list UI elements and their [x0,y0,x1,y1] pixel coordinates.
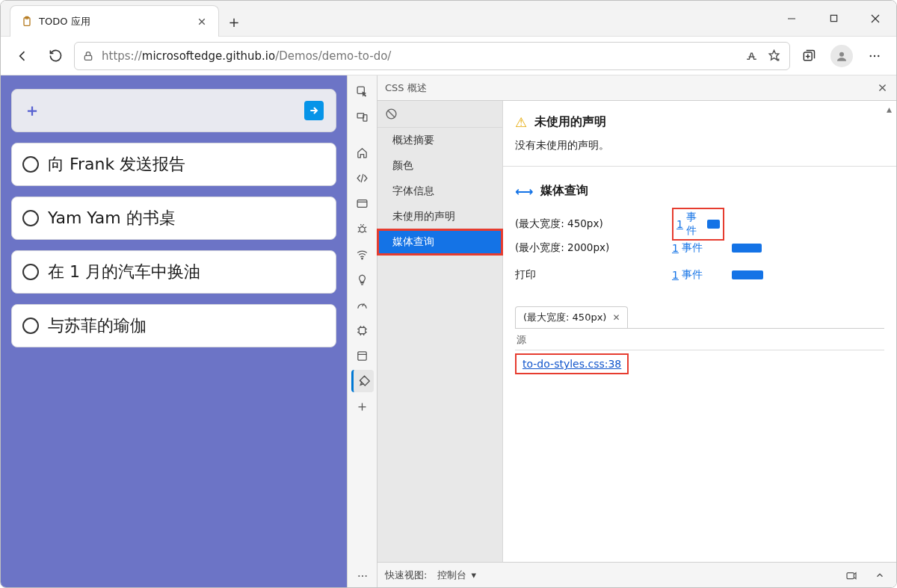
address-bar[interactable]: https://microsoftedge.github.io/Demos/de… [74,42,790,70]
todo-item[interactable]: 在 1 月的汽车中换油 [11,250,336,294]
mq-label: 打印 [515,268,665,282]
todo-text: Yam Yam 的书桌 [48,207,176,229]
content-area: ＋ 向 Frank 发送报告 Yam Yam 的书桌 在 1 月的汽车中换油 与… [1,75,896,587]
welcome-icon[interactable] [351,141,374,164]
radio-icon[interactable] [22,264,39,280]
svg-point-6 [870,55,872,56]
console-label: 控制台 [437,569,466,582]
devtools-main: CSS 概述 概述摘要 颜色 字体信息 未使用的声明 媒体查询 [377,75,896,587]
clear-overview-icon[interactable] [377,101,502,128]
radio-icon[interactable] [22,156,39,173]
chevron-down-icon: ▾ [471,569,476,581]
svg-rect-12 [357,199,367,207]
radio-icon[interactable] [22,318,39,334]
bug-icon[interactable] [351,217,374,240]
css-overview-icon[interactable] [351,370,374,392]
collections-icon[interactable] [795,42,823,70]
add-tool-icon[interactable] [351,395,374,418]
minimize-button[interactable] [771,1,813,36]
performance-icon[interactable] [351,294,374,316]
todo-item[interactable]: Yam Yam 的书桌 [11,196,336,240]
mq-label: (最大宽度: 450px) [515,217,665,231]
close-detail-icon[interactable]: ✕ [612,312,620,323]
url-scheme: https:// [102,49,142,63]
submit-arrow-icon[interactable] [304,101,324,120]
close-panel-icon[interactable] [875,81,889,95]
elements-icon[interactable] [351,167,374,189]
svg-rect-3 [84,55,91,60]
section-title-media: 媒体查询 [540,183,588,199]
nav-unused[interactable]: 未使用的声明 [377,204,502,229]
scroll-up-icon[interactable]: ▴ [884,104,895,114]
css-overview-body: 概述摘要 颜色 字体信息 未使用的声明 媒体查询 ▴ ⚠未使用的声明 没有未使用… [377,101,896,562]
memory-icon[interactable] [351,319,374,341]
profile-avatar[interactable] [827,42,856,70]
mq-bar [707,220,720,229]
sources-icon[interactable] [351,192,374,214]
nav-colors[interactable]: 颜色 [377,153,502,179]
todo-item[interactable]: 与苏菲的瑜伽 [11,304,336,347]
nav-media-queries[interactable]: 媒体查询 [377,229,502,255]
title-bar: TODO 应用 + [1,1,896,37]
media-query-detail: (最大宽度: 450px)✕ 源 to-do-styles.css:38 [515,306,884,374]
media-query-row: (最大宽度: 450px) 1 事件 [515,208,884,235]
lightbulb-icon[interactable] [351,268,374,291]
more-tools-icon[interactable] [351,565,374,587]
browser-tab[interactable]: TODO 应用 [10,5,219,37]
source-link[interactable]: to-do-styles.css:38 [523,358,621,370]
todo-app-page: ＋ 向 Frank 发送报告 Yam Yam 的书桌 在 1 月的汽车中换油 与… [1,75,347,587]
tab-title: TODO 应用 [39,15,190,28]
issues-icon[interactable] [842,566,860,584]
panel-title: CSS 概述 [385,81,427,95]
mq-bar [732,270,763,279]
mq-bar [732,244,762,253]
detail-tab[interactable]: (最大宽度: 450px)✕ [515,306,628,328]
close-window-button[interactable] [854,1,896,36]
plus-icon[interactable]: ＋ [24,99,40,122]
svg-point-8 [878,55,879,56]
svg-point-7 [874,55,875,56]
back-button[interactable] [8,42,37,70]
device-icon[interactable] [351,105,374,128]
svg-point-17 [358,575,360,577]
todo-text: 与苏菲的瑜伽 [48,315,147,337]
warning-icon: ⚠ [515,114,527,130]
read-aloud-icon[interactable] [743,48,759,64]
unused-body: 没有未使用的声明。 [515,139,884,152]
section-title-unused: 未使用的声明 [534,114,606,130]
mq-count[interactable]: 1 事件 [672,241,724,255]
expand-drawer-icon[interactable] [871,566,889,584]
todo-text: 向 Frank 发送报告 [48,153,185,176]
detail-tab-label: (最大宽度: 450px) [523,311,606,324]
mq-count[interactable]: 1 事件 [676,211,697,238]
svg-rect-2 [830,15,836,21]
nav-summary[interactable]: 概述摘要 [377,128,502,153]
favorite-icon[interactable] [765,48,782,64]
add-todo-card[interactable]: ＋ [11,89,336,132]
todo-text: 在 1 月的汽车中换油 [48,261,200,283]
close-tab-icon[interactable] [196,16,208,28]
mq-count[interactable]: 1 事件 [672,268,724,282]
svg-point-19 [365,575,366,577]
svg-point-13 [360,226,365,232]
new-tab-button[interactable]: + [219,8,249,36]
css-overview-content[interactable]: ▴ ⚠未使用的声明 没有未使用的声明。 ⟷媒体查询 (最大宽度: 450px) … [503,101,896,562]
console-dropdown[interactable]: 控制台 ▾ [437,569,476,582]
radio-icon[interactable] [22,210,39,226]
application-icon[interactable] [351,344,374,367]
more-button[interactable] [860,42,889,70]
devtools-icon-rail [348,75,377,587]
url-text: https://microsoftedge.github.io/Demos/de… [102,49,391,63]
media-query-row: 打印 1 事件 [515,261,884,288]
network-icon[interactable] [351,243,374,265]
unused-section: ⚠未使用的声明 没有未使用的声明。 [503,108,896,167]
nav-fonts[interactable]: 字体信息 [377,179,502,204]
svg-rect-15 [359,327,366,334]
devtools-tab-header: CSS 概述 [377,75,896,101]
maximize-button[interactable] [813,1,854,36]
inspect-icon[interactable] [351,80,374,102]
todo-item[interactable]: 向 Frank 发送报告 [11,143,336,186]
refresh-button[interactable] [41,42,70,70]
mq-label: (最小宽度: 2000px) [515,241,665,255]
arrows-icon: ⟷ [515,184,533,199]
